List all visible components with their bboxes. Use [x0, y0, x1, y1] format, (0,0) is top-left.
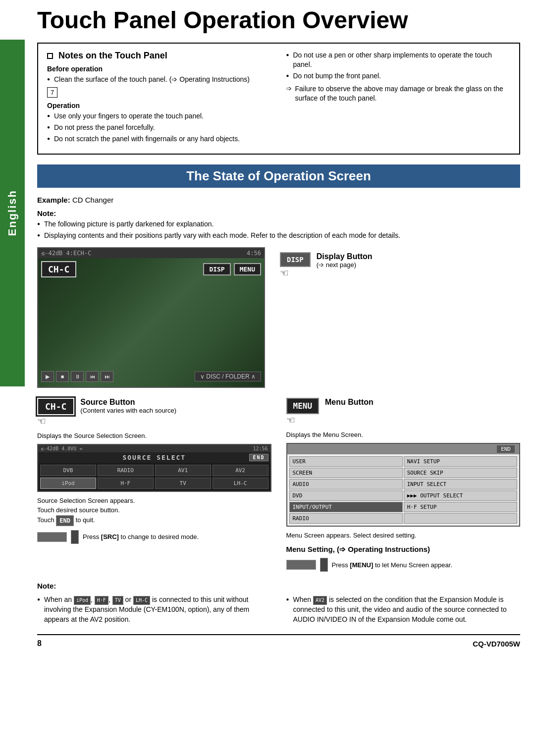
mini-top-right: 12:56 [253, 446, 268, 451]
list-item: Displaying contents and their positions … [37, 231, 520, 241]
play-btn[interactable]: ▶ [41, 371, 54, 382]
ipod-btn[interactable]: iPod [40, 478, 96, 489]
menu-navi-setup[interactable]: NAVI SETUP [404, 456, 517, 467]
list-item: When AV2 is selected on the condition th… [286, 595, 521, 624]
list-item: Use only your fingers to operate the tou… [47, 111, 271, 121]
playback-buttons: ▶ ■ ⏸ ⏮ ⏭ [41, 371, 113, 382]
menu-setting-label: Menu Setting, (➩ Operating Instructions) [286, 545, 521, 554]
menu-device-visual-2 [320, 558, 328, 572]
mini-end-btn[interactable]: END [249, 454, 268, 461]
menu-press-row: Press [MENU] to let Menu Screen appear. [286, 558, 521, 572]
screen-mockup: ≤-42dB 4:ECH-C 4:56 CH-C DISP MENU [37, 247, 265, 388]
screen-header-row: CH-C DISP MENU [41, 261, 261, 277]
list-item: Clean the surface of the touch panel. (➩… [47, 75, 271, 85]
prev-btn[interactable]: ⏮ [86, 371, 99, 382]
menu-end-btn[interactable]: END [496, 445, 515, 453]
before-operation-label: Before operation [47, 65, 271, 73]
menu-btn-desc: Menu Button [325, 398, 374, 407]
lhc-btn[interactable]: LH-C [213, 478, 268, 489]
to-quit-label: to quit. [76, 516, 95, 524]
sidebar: English [0, 40, 25, 386]
page-title: Touch Panel Operation Overview [37, 7, 520, 34]
mini-title-row: SOURCE SELECT END [38, 452, 270, 463]
hand-icon: ☞ [280, 267, 289, 279]
av2-btn[interactable]: AV2 [213, 465, 268, 476]
radio-btn[interactable]: RADIO [98, 465, 154, 476]
demo-right: DISP ☞ Display Button (➩ next page) [280, 247, 520, 279]
source-badge[interactable]: CH-C [37, 398, 74, 415]
menu-badge[interactable]: MENU [286, 398, 320, 414]
sidebar-label: English [6, 190, 19, 236]
menu-hand-icon: ☞ [286, 414, 295, 426]
list-item: The following picture is partly darkened… [37, 219, 520, 229]
example-value: CD Changer [72, 196, 113, 204]
menu-input-output[interactable]: INPUT/OUTPUT [289, 502, 403, 512]
top-bar-left: ≤-42dB 4:ECH-C [41, 250, 91, 257]
list-item: Do not scratch the panel with fingernail… [47, 134, 271, 144]
screen-buttons: DISP MENU [203, 263, 261, 275]
menu-hf-setup[interactable]: H·F SETUP [404, 502, 517, 512]
dvb-btn[interactable]: DVB [40, 465, 96, 476]
bottom-note-section: Note: When an iPod, H·F, TV or LH-C is c… [37, 582, 520, 627]
av1-btn[interactable]: AV1 [155, 465, 211, 476]
source-btn-title: Source Button [80, 398, 176, 407]
source-btn-desc: Source Button (Content varies with each … [80, 398, 176, 414]
mini-top-left: ≤-42dB 4.0VU ≈ [41, 446, 82, 451]
stop-btn[interactable]: ■ [56, 371, 69, 382]
tv-badge: TV [112, 596, 123, 605]
menu-btn-title: Menu Button [325, 398, 374, 407]
bottom-note-header: Note: [37, 582, 520, 590]
notes-box: Notes on the Touch Panel Before operatio… [37, 43, 520, 155]
pause-btn[interactable]: ⏸ [71, 371, 84, 382]
display-btn-title: Display Button [317, 252, 373, 261]
screen-middle [41, 284, 261, 363]
menu-press-text: Press [MENU] to let Menu Screen appear. [332, 560, 453, 570]
menu-button[interactable]: MENU [234, 263, 261, 275]
source-grid: DVB RADIO AV1 AV2 iPod H·F TV LH-C [38, 463, 270, 491]
top-bar-right: 4:56 [247, 250, 261, 257]
notes-right: Do not use a pen or other sharp implemen… [286, 51, 511, 147]
screen-bottom-row: ▶ ■ ⏸ ⏮ ⏭ ∨ DISC / FOLDER ∧ [41, 369, 261, 384]
bottom-notes: When an iPod, H·F, TV or LH-C is connect… [37, 595, 520, 627]
src-press-text: Press [SRC] to change to desired mode. [83, 532, 199, 542]
lhc-badge: LH-C [133, 596, 150, 605]
section-banner: The State of Operation Screen [37, 164, 520, 188]
display-btn-section: DISP ☞ Display Button (➩ next page) [280, 252, 520, 279]
bottom-notes-right: When AV2 is selected on the condition th… [286, 595, 521, 627]
menu-source-skip[interactable]: SOURCE SKIP [404, 468, 517, 478]
menu-output-select[interactable]: ▶▶▶ OUTPUT SELECT [404, 490, 517, 501]
hf-btn[interactable]: H·F [98, 478, 154, 489]
disp-button[interactable]: DISP [203, 263, 230, 275]
list-item: When an iPod, H·F, TV or LH-C is connect… [37, 595, 271, 624]
notes-title: Notes on the Touch Panel [47, 51, 271, 61]
menu-setting-section: Menu Setting, (➩ Operating Instructions)… [286, 545, 521, 572]
list-item: Do not use a pen or other sharp implemen… [286, 51, 511, 70]
page-number: 8 [37, 639, 42, 648]
main-content: Touch Panel Operation Overview Notes on … [27, 0, 535, 663]
tv-btn[interactable]: TV [155, 478, 211, 489]
menu-input-select[interactable]: INPUT SELECT [404, 479, 517, 489]
bottom-left-list: When an iPod, H·F, TV or LH-C is connect… [37, 595, 271, 624]
source-desc3: Touch END to quit. [37, 515, 271, 526]
av2-badge: AV2 [313, 596, 327, 605]
menu-user[interactable]: USER [289, 456, 403, 467]
arrow-note: Failure to observe the above may damage … [286, 84, 511, 104]
menu-screen[interactable]: SCREEN [289, 468, 403, 478]
list-item: Do not press the panel forcefully. [47, 123, 271, 133]
right-col: MENU ☞ Menu Button Displays the Menu Scr… [286, 398, 521, 572]
device-visual [37, 532, 67, 542]
menu-label: [MENU] [350, 561, 373, 569]
right-list: Do not use a pen or other sharp implemen… [286, 51, 511, 81]
before-operation-list: Clean the surface of the touch panel. (➩… [47, 75, 271, 85]
menu-radio[interactable]: RADIO [289, 513, 403, 524]
menu-device-visual [286, 560, 316, 570]
next-btn[interactable]: ⏭ [101, 371, 113, 382]
left-col: CH-C ☞ Source Button (Content varies wit… [37, 398, 271, 572]
menu-audio[interactable]: AUDIO [289, 479, 403, 489]
src-press-row: Press [SRC] to change to desired mode. [37, 530, 271, 544]
ch-c-badge[interactable]: CH-C [41, 261, 76, 277]
source-desc1: Source Selection Screen appears. [37, 496, 271, 506]
page-badge: 7 [47, 87, 57, 98]
menu-dvd[interactable]: DVD [289, 490, 403, 501]
operation-list: Use only your fingers to operate the tou… [47, 111, 271, 144]
